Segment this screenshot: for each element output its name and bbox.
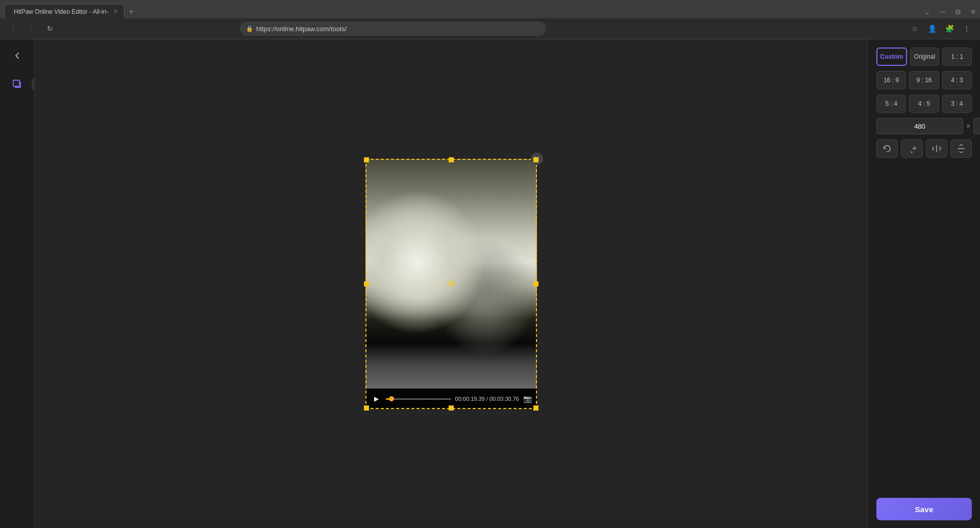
crop-handle-middle-right[interactable] bbox=[533, 281, 538, 286]
account-button[interactable]: 👤 bbox=[925, 21, 939, 36]
crop-handle-top-middle[interactable] bbox=[449, 157, 454, 162]
rotate-right-button[interactable] bbox=[901, 139, 922, 158]
menu-button[interactable]: ⋮ bbox=[960, 21, 974, 36]
right-panel: Custom Original 1 : 1 16 : 9 9 : 16 4 : … bbox=[868, 39, 980, 528]
back-nav-button[interactable]: ‹ bbox=[6, 21, 20, 36]
crop-crosshair-icon: ✛ bbox=[447, 277, 456, 291]
crop-overlay[interactable]: ✕ ✛ bbox=[365, 159, 537, 409]
maximize-button[interactable]: ⧉ bbox=[951, 5, 965, 18]
new-tab-button[interactable]: + bbox=[125, 5, 138, 18]
ratio-custom-button[interactable]: Custom bbox=[876, 47, 907, 66]
reload-button[interactable]: ↻ bbox=[43, 21, 57, 36]
crop-handle-bottom-right[interactable] bbox=[533, 405, 538, 411]
video-wrapper: ✕ ✛ ▶ bbox=[365, 159, 537, 409]
tab-list-button[interactable]: ⌄ bbox=[921, 5, 934, 18]
forward-nav-button[interactable]: › bbox=[24, 21, 39, 36]
crop-handle-bottom-left[interactable] bbox=[364, 405, 369, 411]
browser-tab-bar: HitPaw Online Video Editor - All-in- ✕ +… bbox=[0, 0, 980, 18]
ratio-4-5-button[interactable]: 4 : 5 bbox=[909, 94, 939, 113]
minimize-button[interactable]: ─ bbox=[936, 5, 949, 18]
dimension-separator: × bbox=[966, 122, 970, 130]
crop-handle-top-right[interactable] bbox=[533, 157, 538, 162]
close-window-button[interactable]: ✕ bbox=[967, 5, 980, 18]
ratio-5-4-button[interactable]: 5 : 4 bbox=[876, 94, 906, 113]
save-button[interactable]: Save bbox=[876, 498, 972, 520]
browser-nav: ‹ › ↻ 🔒 https://online.hitpaw.com/tools/… bbox=[0, 18, 980, 39]
ratio-3-4-button[interactable]: 3 : 4 bbox=[942, 94, 972, 113]
back-button[interactable] bbox=[7, 45, 28, 66]
lock-icon: 🔒 bbox=[246, 26, 253, 32]
crop-handle-top-left[interactable] bbox=[364, 157, 369, 162]
ratio-1-1-button[interactable]: 1 : 1 bbox=[942, 47, 972, 66]
ratio-row-2: 16 : 9 9 : 16 4 : 3 bbox=[876, 71, 972, 89]
ratio-row-3: 5 : 4 4 : 5 3 : 4 bbox=[876, 94, 972, 113]
tab-close-icon[interactable]: ✕ bbox=[113, 8, 118, 15]
crop-rotate-tool[interactable]: Crop & Rotate bbox=[7, 74, 28, 94]
svg-rect-0 bbox=[13, 80, 19, 86]
transform-row bbox=[876, 139, 972, 158]
ratio-4-3-button[interactable]: 4 : 3 bbox=[942, 71, 972, 89]
ratio-original-button[interactable]: Original bbox=[910, 47, 940, 66]
address-bar[interactable]: 🔒 https://online.hitpaw.com/tools/ bbox=[240, 21, 546, 36]
ratio-16-9-button[interactable]: 16 : 9 bbox=[876, 71, 906, 89]
width-input[interactable] bbox=[876, 118, 963, 134]
crop-handle-bottom-middle[interactable] bbox=[449, 405, 454, 411]
height-input[interactable] bbox=[973, 118, 980, 134]
save-area: Save bbox=[868, 490, 980, 528]
main-content: ✕ ✛ ▶ bbox=[35, 39, 868, 528]
browser-tab[interactable]: HitPaw Online Video Editor - All-in- ✕ bbox=[4, 4, 125, 18]
rotate-left-button[interactable] bbox=[876, 139, 898, 158]
flip-vertical-button[interactable] bbox=[950, 139, 972, 158]
left-sidebar: Crop & Rotate bbox=[0, 39, 35, 528]
extensions-button[interactable]: 🧩 bbox=[942, 21, 957, 36]
flip-horizontal-button[interactable] bbox=[926, 139, 947, 158]
ratio-9-16-button[interactable]: 9 : 16 bbox=[909, 71, 939, 89]
tab-title: HitPaw Online Video Editor - All-in- bbox=[14, 8, 108, 15]
browser-nav-right: ☆ 👤 🧩 ⋮ bbox=[908, 21, 974, 36]
url-text: https://online.hitpaw.com/tools/ bbox=[256, 25, 347, 33]
crop-handle-middle-left[interactable] bbox=[364, 281, 369, 286]
ratio-row-1: Custom Original 1 : 1 bbox=[876, 47, 972, 66]
bookmark-star-button[interactable]: ☆ bbox=[908, 21, 922, 36]
app-layout: Crop & Rotate ✕ ✛ bbox=[0, 39, 980, 528]
window-controls: ⌄ ─ ⧉ ✕ bbox=[921, 5, 980, 18]
dimension-row: × bbox=[876, 118, 972, 134]
